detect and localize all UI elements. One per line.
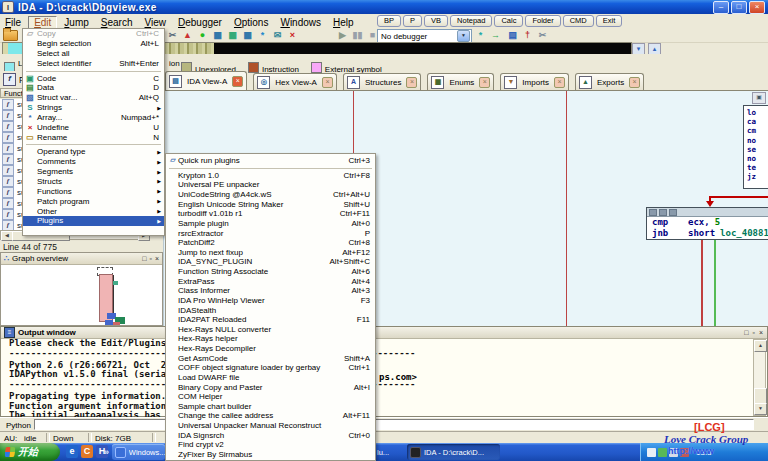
- plugin-menu-item-hex-rays-helper[interactable]: Hex-Rays helper: [166, 334, 375, 344]
- edit-menu-item-patch-program[interactable]: Patch program▶: [23, 196, 164, 206]
- taskbar-item-ida[interactable]: IDA - D:\crack\D...: [407, 444, 500, 460]
- close-button[interactable]: ×: [749, 1, 765, 14]
- tray-antivirus-icon[interactable]: [658, 448, 667, 457]
- plugin-menu-item-zyfixer-by-sirmabus[interactable]: ZyFixer By Sirmabus: [166, 450, 375, 460]
- plugin-menu-item-krypton-1-0[interactable]: Krypton 1.0Ctrl+F8: [166, 171, 375, 181]
- maximize-button[interactable]: □: [731, 1, 747, 14]
- plugin-menu-item-change-the-callee-address[interactable]: Change the callee addressAlt+F11: [166, 411, 375, 421]
- breakpoints-icon[interactable]: ▤: [506, 29, 519, 41]
- minimize-button[interactable]: –: [713, 1, 729, 14]
- run-icon[interactable]: ●: [196, 29, 209, 41]
- edit-menu-item-begin-selection[interactable]: Begin selectionAlt+L: [23, 39, 164, 49]
- plugin-menu-item-com-helper[interactable]: COM Helper: [166, 392, 375, 402]
- float-button[interactable]: ▫: [752, 329, 754, 337]
- edit-menu-item-rename[interactable]: ▭RenameN: [23, 132, 164, 142]
- chart-functions-icon[interactable]: ▦: [211, 29, 224, 41]
- trace-icon[interactable]: ✂: [536, 29, 549, 41]
- output-vertical-scrollbar[interactable]: ▲ ▼: [753, 339, 766, 416]
- maximize-button[interactable]: □: [744, 329, 748, 337]
- tab-imports[interactable]: ▼Imports×: [500, 73, 569, 90]
- edit-menu-item-operand-type[interactable]: Operand type▶: [23, 147, 164, 157]
- scroll-down-icon[interactable]: ▼: [754, 403, 767, 415]
- tab-close-icon[interactable]: ×: [232, 76, 243, 87]
- edit-menu-item-copy[interactable]: ▱CopyCtrl+C: [23, 29, 164, 39]
- plugin-menu-item-class-informer[interactable]: Class InformerAlt+3: [166, 286, 375, 296]
- plugin-menu-item-ida-signsrch[interactable]: IDA SignsrchCtrl+0: [166, 430, 375, 440]
- edit-menu-item-other[interactable]: Other▶: [23, 206, 164, 216]
- plugin-menu-item-extrapass[interactable]: ExtraPassAlt+4: [166, 276, 375, 286]
- mail-icon[interactable]: ✉: [271, 29, 284, 41]
- scrollbar-thumb[interactable]: [754, 388, 767, 404]
- tab-enums[interactable]: ▦Enums×: [427, 73, 494, 90]
- chart-flow-icon[interactable]: ▦: [241, 29, 254, 41]
- tray-ime-icon[interactable]: [647, 448, 656, 457]
- plugin-menu-item-quick-run-plugins[interactable]: ▱Quick run pluginsCtrl+3: [166, 154, 375, 166]
- vb-button[interactable]: VB: [424, 15, 448, 27]
- edit-menu-item-array[interactable]: *Array...Numpad+*: [23, 113, 164, 123]
- plugin-menu-item-get-asmcode[interactable]: Get AsmCodeShift+A: [166, 353, 375, 363]
- edit-menu-item-select-identifier[interactable]: Select identifierShift+Enter: [23, 59, 164, 69]
- folder-button[interactable]: Folder: [525, 15, 560, 27]
- plugin-menu-item-jump-to-next-fixup[interactable]: Jump to next fixupAlt+F12: [166, 248, 375, 258]
- tab-close-icon[interactable]: ×: [629, 77, 640, 88]
- tab-hex-view-a[interactable]: ◎Hex View-A×: [253, 73, 337, 90]
- start-process-icon[interactable]: ▶: [336, 29, 349, 41]
- plugin-menu-item-english-unicode-string-maker[interactable]: English Unicode String MakerShift+U: [166, 199, 375, 209]
- plugin-menu-item-ida2pat-reloaded[interactable]: IDA2PAT ReloadedF11: [166, 315, 375, 325]
- plugin-menu-item-load-dwarf-file[interactable]: Load DWARF file: [166, 373, 375, 383]
- edit-menu-item-comments[interactable]: Comments▶: [23, 157, 164, 167]
- scroll-up-icon[interactable]: ▲: [754, 340, 767, 352]
- plugin-menu-item-rsrcextractor[interactable]: rsrcExtractorP: [166, 228, 375, 238]
- plugin-menu-item-hex-rays-null-converter[interactable]: Hex-Rays NULL converter: [166, 325, 375, 335]
- tab-close-icon[interactable]: ×: [322, 77, 333, 88]
- tab-close-icon[interactable]: ×: [554, 77, 565, 88]
- edit-menu-item-plugins[interactable]: Plugins▶: [23, 216, 164, 226]
- edit-menu-item-segments[interactable]: Segments▶: [23, 167, 164, 177]
- quicklaunch-chm-icon[interactable]: C: [81, 445, 93, 458]
- graph-overview-canvas[interactable]: [1, 265, 162, 325]
- calc-button[interactable]: Calc: [494, 15, 523, 27]
- attach-icon[interactable]: *: [474, 29, 487, 41]
- edit-menu-item-undefine[interactable]: ×UndefineU: [23, 123, 164, 133]
- snapshot-icon[interactable]: ▲: [181, 29, 194, 41]
- disasm-toolbar-icon-2[interactable]: [659, 209, 667, 216]
- basic-block-clipped[interactable]: locacmnosenotejz: [743, 105, 768, 189]
- plugin-menu-item-find-crypt-v2[interactable]: Find crypt v2: [166, 440, 375, 450]
- bp-button[interactable]: BP: [377, 15, 401, 27]
- debugger-select[interactable]: No debugger ▼: [377, 29, 472, 43]
- maximize-button[interactable]: □: [142, 255, 146, 263]
- edit-menu-item-strings[interactable]: SStrings▶: [23, 103, 164, 113]
- disasm-toolbar-icon-1[interactable]: [649, 209, 657, 216]
- plugin-menu-item-binary-copy-and-paster[interactable]: Binary Copy and PasterAlt+I: [166, 382, 375, 392]
- tab-ida-view-a[interactable]: ▤IDA View-A×: [165, 71, 247, 90]
- graph-view-icon[interactable]: *: [256, 29, 269, 41]
- plugin-menu-item-unicodestring-a4ck-ws[interactable]: UniCodeString @A4ck.wSCtrl+Alt+U: [166, 190, 375, 200]
- close-button[interactable]: ×: [155, 255, 159, 263]
- chevron-more-icon[interactable]: »: [104, 447, 109, 457]
- edit-menu-item-select-all[interactable]: Select all: [23, 49, 164, 59]
- cut-icon[interactable]: ✂: [166, 29, 179, 41]
- plugin-menu-item-universal-pe-unpacker[interactable]: Universal PE unpacker: [166, 180, 375, 190]
- float-button[interactable]: ▫: [149, 255, 151, 263]
- p-button[interactable]: P: [403, 15, 422, 27]
- basic-block-cmp[interactable]: cmpecx,5jnbshortloc_408810: [646, 207, 768, 240]
- tab-structures[interactable]: AStructures×: [343, 73, 421, 90]
- plugin-menu-item-hex-rays-decompiler[interactable]: Hex-Rays Decompiler: [166, 344, 375, 354]
- plugin-menu-item-ida-pro-winhelp-viewer[interactable]: IDA Pro WinHelp ViewerF3: [166, 296, 375, 306]
- tab-close-icon[interactable]: ×: [406, 77, 417, 88]
- plugin-menu-item-universal-unpacker-manual-reconstruct[interactable]: Universal Unpacker Manual Reconstruct: [166, 421, 375, 431]
- notepad-button[interactable]: Notepad: [450, 15, 492, 27]
- edit-menu-item-code[interactable]: ▣CodeC: [23, 73, 164, 83]
- quicklaunch-ie-icon[interactable]: e: [66, 445, 78, 458]
- close-window-icon[interactable]: ×: [286, 29, 299, 41]
- tab-close-icon[interactable]: ×: [479, 77, 490, 88]
- plugin-menu-item-turbodiff-v1-01b-r1[interactable]: turbodiff v1.01b r1Ctrl+F11: [166, 209, 375, 219]
- graph-overview-titlebar[interactable]: ∴ Graph overview □▫×: [1, 253, 162, 265]
- pause-process-icon[interactable]: ▮▮: [351, 29, 364, 41]
- python-console-input[interactable]: [34, 419, 754, 430]
- plugin-menu-item-idastealth[interactable]: IDAStealth: [166, 305, 375, 315]
- plugin-menu-item-sample-chart-builder[interactable]: Sample chart builder: [166, 402, 375, 412]
- chart-xrefs-icon[interactable]: ▦: [226, 29, 239, 41]
- taskbar-item-fragment[interactable]: lu...: [377, 448, 389, 457]
- plugin-menu-item-function-string-associate[interactable]: Function String AssociateAlt+6: [166, 267, 375, 277]
